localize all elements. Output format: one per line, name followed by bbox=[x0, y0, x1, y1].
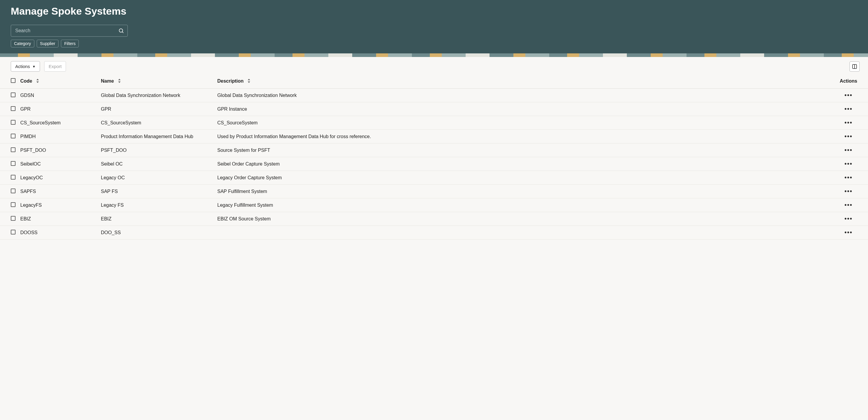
cell-code: LegacyOC bbox=[18, 171, 98, 185]
cell-description: GPR Instance bbox=[215, 102, 837, 116]
search-box bbox=[11, 25, 128, 37]
row-checkbox[interactable] bbox=[11, 175, 16, 180]
cell-description: SAP Fulfillment System bbox=[215, 185, 837, 198]
cell-name: SAP FS bbox=[98, 185, 215, 198]
cell-name: Product Information Management Data Hub bbox=[98, 130, 215, 143]
cell-description: Source System for PSFT bbox=[215, 143, 837, 157]
cell-description: Legacy Order Capture System bbox=[215, 171, 837, 185]
cell-description: CS_SourceSystem bbox=[215, 116, 837, 130]
header-region: Manage Spoke Systems Category Supplier F… bbox=[0, 0, 868, 54]
cell-code: PIMDH bbox=[18, 130, 98, 143]
actions-button[interactable]: Actions ▼ bbox=[11, 61, 40, 72]
cell-name: GPR bbox=[98, 102, 215, 116]
cell-name: Seibel OC bbox=[98, 157, 215, 171]
chip-category[interactable]: Category bbox=[11, 40, 34, 47]
cell-name: Legacy FS bbox=[98, 198, 215, 212]
table-row[interactable]: LegacyOCLegacy OCLegacy Order Capture Sy… bbox=[0, 171, 868, 185]
column-header-code-label: Code bbox=[20, 78, 32, 84]
cell-description: Global Data Synchronization Network bbox=[215, 89, 837, 102]
svg-point-0 bbox=[119, 29, 123, 32]
cell-code: SAPFS bbox=[18, 185, 98, 198]
column-header-code[interactable]: Code bbox=[18, 74, 98, 89]
row-checkbox[interactable] bbox=[11, 120, 16, 125]
row-checkbox[interactable] bbox=[11, 230, 16, 234]
cell-code: GDSN bbox=[18, 89, 98, 102]
actions-button-label: Actions bbox=[15, 64, 30, 69]
sort-icon bbox=[36, 79, 39, 84]
cell-name: Global Data Synchronization Network bbox=[98, 89, 215, 102]
export-button[interactable]: Export bbox=[44, 61, 66, 72]
cell-code: DOOSS bbox=[18, 226, 98, 239]
cell-name: CS_SourceSystem bbox=[98, 116, 215, 130]
row-checkbox[interactable] bbox=[11, 216, 16, 221]
cell-code: GPR bbox=[18, 102, 98, 116]
page-title: Manage Spoke Systems bbox=[11, 5, 857, 17]
cell-code: CS_SourceSystem bbox=[18, 116, 98, 130]
row-checkbox[interactable] bbox=[11, 93, 16, 97]
row-more-actions-icon[interactable]: ••• bbox=[844, 202, 852, 208]
column-header-actions-label: Actions bbox=[840, 78, 857, 84]
cell-code: LegacyFS bbox=[18, 198, 98, 212]
row-more-actions-icon[interactable]: ••• bbox=[844, 160, 852, 167]
cell-name: PSFT_DOO bbox=[98, 143, 215, 157]
row-checkbox[interactable] bbox=[11, 148, 16, 152]
row-checkbox[interactable] bbox=[11, 202, 16, 207]
row-more-actions-icon[interactable]: ••• bbox=[844, 188, 852, 194]
cell-name: DOO_SS bbox=[98, 226, 215, 239]
columns-icon bbox=[852, 64, 857, 69]
column-header-description-label: Description bbox=[217, 78, 244, 84]
table-row[interactable]: LegacyFSLegacy FSLegacy Fulfillment Syst… bbox=[0, 198, 868, 212]
table-row[interactable]: SeibelOCSeibel OCSeibel Order Capture Sy… bbox=[0, 157, 868, 171]
cell-description bbox=[215, 226, 837, 239]
cell-description: Used by Product Information Management D… bbox=[215, 130, 837, 143]
chip-filters[interactable]: Filters bbox=[61, 40, 79, 47]
toolbar: Actions ▼ Export bbox=[0, 57, 868, 74]
cell-description: Seibel Order Capture System bbox=[215, 157, 837, 171]
cell-code: EBIZ bbox=[18, 212, 98, 226]
column-settings-button[interactable] bbox=[849, 61, 860, 72]
cell-name: EBIZ bbox=[98, 212, 215, 226]
row-checkbox[interactable] bbox=[11, 161, 16, 166]
row-more-actions-icon[interactable]: ••• bbox=[844, 229, 852, 236]
table-row[interactable]: GPRGPRGPR Instance••• bbox=[0, 102, 868, 116]
table-row[interactable]: DOOSSDOO_SS••• bbox=[0, 226, 868, 239]
cell-name: Legacy OC bbox=[98, 171, 215, 185]
chip-supplier[interactable]: Supplier bbox=[37, 40, 59, 47]
decorative-pattern-band bbox=[0, 54, 868, 57]
caret-down-icon: ▼ bbox=[32, 65, 35, 68]
select-all-checkbox[interactable] bbox=[11, 78, 16, 83]
table-row[interactable]: PSFT_DOOPSFT_DOOSource System for PSFT••… bbox=[0, 143, 868, 157]
table-row[interactable]: EBIZEBIZEBIZ OM Source System••• bbox=[0, 212, 868, 226]
row-more-actions-icon[interactable]: ••• bbox=[844, 92, 852, 98]
spoke-systems-table: Code Name Description Actions bbox=[0, 74, 868, 239]
row-more-actions-icon[interactable]: ••• bbox=[844, 119, 852, 126]
sort-icon bbox=[118, 79, 121, 84]
search-input[interactable] bbox=[11, 25, 128, 37]
cell-description: Legacy Fulfillment System bbox=[215, 198, 837, 212]
table-row[interactable]: SAPFSSAP FSSAP Fulfillment System••• bbox=[0, 185, 868, 198]
column-header-name-label: Name bbox=[101, 78, 114, 84]
svg-line-1 bbox=[122, 32, 123, 33]
cell-description: EBIZ OM Source System bbox=[215, 212, 837, 226]
table-row[interactable]: PIMDHProduct Information Management Data… bbox=[0, 130, 868, 143]
row-checkbox[interactable] bbox=[11, 106, 16, 111]
column-header-description[interactable]: Description bbox=[215, 74, 837, 89]
row-more-actions-icon[interactable]: ••• bbox=[844, 147, 852, 153]
table-row[interactable]: GDSNGlobal Data Synchronization NetworkG… bbox=[0, 89, 868, 102]
row-more-actions-icon[interactable]: ••• bbox=[844, 106, 852, 112]
column-header-actions: Actions bbox=[837, 74, 868, 89]
row-more-actions-icon[interactable]: ••• bbox=[844, 215, 852, 222]
column-header-name[interactable]: Name bbox=[98, 74, 215, 89]
table-header-row: Code Name Description Actions bbox=[0, 74, 868, 89]
filter-chip-row: Category Supplier Filters bbox=[11, 40, 857, 47]
row-more-actions-icon[interactable]: ••• bbox=[844, 174, 852, 181]
table-row[interactable]: CS_SourceSystemCS_SourceSystemCS_SourceS… bbox=[0, 116, 868, 130]
row-more-actions-icon[interactable]: ••• bbox=[844, 133, 852, 139]
row-checkbox[interactable] bbox=[11, 134, 16, 138]
cell-code: PSFT_DOO bbox=[18, 143, 98, 157]
search-icon[interactable] bbox=[118, 28, 124, 34]
row-checkbox[interactable] bbox=[11, 189, 16, 193]
cell-code: SeibelOC bbox=[18, 157, 98, 171]
sort-icon bbox=[247, 79, 251, 84]
